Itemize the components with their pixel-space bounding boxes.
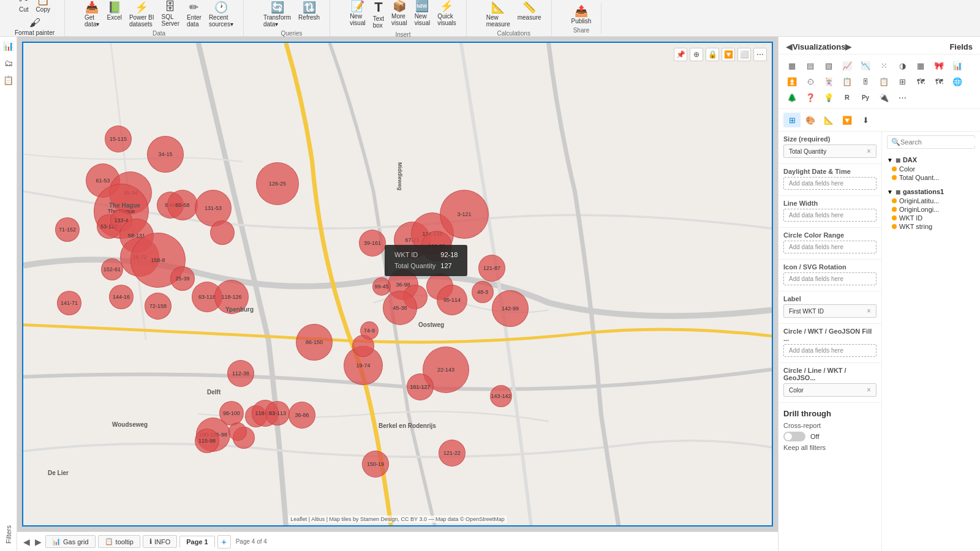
- map-bubble-37[interactable]: [296, 324, 333, 361]
- map-bubble-21[interactable]: [170, 266, 195, 291]
- viz-azure-icon[interactable]: 🌐: [949, 74, 966, 89]
- viz-ribbon-icon[interactable]: 🎀: [930, 58, 948, 73]
- viz-map-icon[interactable]: 🗺: [912, 74, 929, 89]
- map-bubble-12[interactable]: [55, 217, 80, 242]
- map-bubble-15[interactable]: [101, 258, 123, 280]
- viz-area-icon[interactable]: 📉: [857, 58, 874, 73]
- refresh-button[interactable]: 🔃Refresh: [296, 0, 322, 29]
- viz-matrix-icon[interactable]: ⊞: [894, 74, 911, 89]
- publish-button[interactable]: 📤Publish: [569, 3, 594, 26]
- map-bubble-9[interactable]: [167, 190, 198, 220]
- text-button[interactable]: TTextbox: [371, 0, 386, 30]
- recent-sources-button[interactable]: 🕐Recentsources▾: [206, 0, 236, 29]
- transform-button[interactable]: 🔄Transformdata▾: [261, 0, 293, 29]
- viz-table-icon[interactable]: 📋: [875, 74, 892, 89]
- map-bubble-55[interactable]: [439, 440, 466, 467]
- map-bubble-0[interactable]: [105, 126, 132, 152]
- gas-lon-field[interactable]: OriginLongi...: [887, 205, 975, 214]
- label-clear-button[interactable]: ×: [867, 307, 871, 315]
- viz-format-analytics-btn[interactable]: 📐: [820, 113, 837, 127]
- viz-decomp-icon[interactable]: 🌲: [783, 90, 801, 105]
- cross-report-toggle[interactable]: [783, 432, 805, 441]
- dax-color-field[interactable]: Color: [887, 165, 975, 173]
- viz-line-icon[interactable]: 📈: [839, 58, 856, 73]
- color-field[interactable]: Color ×: [783, 383, 876, 397]
- map-bubble-42[interactable]: [407, 373, 434, 400]
- enter-data-button[interactable]: ✏Enterdata: [184, 0, 204, 29]
- daylight-field[interactable]: Add data fields here: [783, 177, 876, 190]
- get-data-button[interactable]: 📥Getdata▾: [82, 0, 102, 29]
- map-bubble-22[interactable]: [210, 220, 235, 245]
- format-painter-button[interactable]: 🖌Format painter: [12, 15, 57, 37]
- sql-button[interactable]: 🗄SQLServer: [159, 0, 182, 29]
- powerbi-button[interactable]: ⚡Power BIdatasets: [127, 0, 157, 29]
- quick-visuals-button[interactable]: ⚡Quickvisuals: [435, 0, 459, 30]
- viz-r-icon[interactable]: R: [839, 90, 856, 105]
- cut-button[interactable]: ✂Cut: [17, 0, 31, 14]
- map-focus-button[interactable]: ⊕: [690, 48, 703, 61]
- tab-next-button[interactable]: ▶: [34, 537, 43, 547]
- viz-card-icon[interactable]: 🃏: [820, 74, 837, 89]
- color-clear-button[interactable]: ×: [867, 386, 871, 394]
- viz-smart-icon[interactable]: 💡: [820, 90, 837, 105]
- map-bubble-44[interactable]: [227, 360, 254, 387]
- gas-wktstring-field[interactable]: WKT string: [887, 222, 975, 231]
- viz-slicer-icon[interactable]: 🎚: [857, 74, 874, 89]
- map-bubble-20[interactable]: [214, 280, 249, 314]
- tab-prev-button[interactable]: ◀: [22, 537, 31, 547]
- map-expand-button[interactable]: ⬜: [737, 48, 751, 61]
- panel-right-arrow[interactable]: ▶: [845, 42, 852, 51]
- measure-button[interactable]: 📏measure: [515, 0, 544, 29]
- viz-funnel-icon[interactable]: ⏫: [783, 74, 801, 89]
- filters-label[interactable]: Filters: [2, 520, 15, 549]
- more-visuals-button[interactable]: 📦Morevisual: [389, 0, 410, 30]
- new-measure-button[interactable]: 📐Newmeasure: [484, 0, 513, 29]
- excel-button[interactable]: 📗Excel: [105, 0, 124, 29]
- viz-bar-icon[interactable]: ▦: [783, 58, 801, 73]
- size-clear-button[interactable]: ×: [867, 147, 871, 156]
- dax-quantity-field[interactable]: Total Quant...: [887, 173, 975, 182]
- map-container[interactable]: 15-11534-1561-5335-34The Hague53-133133-…: [22, 42, 773, 527]
- new-visual-button[interactable]: 📝Newvisual: [347, 0, 368, 30]
- viz-bar3-icon[interactable]: ▧: [820, 58, 837, 73]
- viz-custom2-icon[interactable]: ⋯: [894, 90, 911, 105]
- tab-gas-grid[interactable]: 📊 Gas grid: [45, 535, 96, 548]
- map-bubble-54[interactable]: [362, 451, 389, 478]
- map-bubble-31[interactable]: [472, 281, 494, 303]
- gas-wktid-field[interactable]: WKT ID: [887, 214, 975, 222]
- circlecolor-field[interactable]: Add data fields here: [783, 241, 876, 253]
- gas-lat-field[interactable]: OriginLatitu...: [887, 197, 975, 205]
- map-bubble-33[interactable]: [383, 291, 417, 325]
- tab-add-button[interactable]: +: [217, 535, 231, 549]
- viz-format-filter-btn[interactable]: 🔽: [839, 113, 856, 127]
- circlewkt-field[interactable]: Add data fields here: [783, 344, 876, 357]
- viz-filledmap-icon[interactable]: 🗺: [930, 74, 948, 89]
- viz-waterfall-icon[interactable]: 📊: [949, 58, 966, 73]
- tab-page1[interactable]: Page 1: [179, 536, 214, 548]
- map-bubble-16[interactable]: [109, 285, 134, 309]
- panel-left-arrow[interactable]: ◀: [786, 42, 793, 51]
- viz-format-drill-btn[interactable]: ⬇: [857, 113, 874, 127]
- viz-pie-icon[interactable]: ◑: [894, 58, 911, 73]
- tab-tooltip[interactable]: 📋 tooltip: [98, 535, 140, 548]
- sidebar-icon-report[interactable]: 📊: [2, 39, 15, 53]
- size-value-field[interactable]: Total Quantity ×: [783, 144, 876, 158]
- copy-button[interactable]: 📋Copy: [34, 0, 53, 14]
- viz-kpi-icon[interactable]: 📋: [839, 74, 856, 89]
- search-input[interactable]: [900, 138, 980, 146]
- map-pin-button[interactable]: 📌: [674, 48, 687, 61]
- viz-custom1-icon[interactable]: 🔌: [875, 90, 892, 105]
- dax-group-header[interactable]: ▼ ◼ DAX: [887, 155, 975, 165]
- map-bubble-27[interactable]: [440, 190, 489, 239]
- map-bubble-11[interactable]: [256, 162, 299, 205]
- map-bubble-1[interactable]: [147, 136, 184, 173]
- map-bubble-43[interactable]: [490, 385, 512, 407]
- viz-py-icon[interactable]: Py: [857, 90, 874, 105]
- map-bubble-36[interactable]: [372, 277, 391, 296]
- viz-format-paint-btn[interactable]: 🎨: [802, 113, 819, 127]
- tab-info[interactable]: ℹ INFO: [143, 535, 177, 548]
- map-bubble-34[interactable]: [437, 285, 467, 315]
- viz-scatter-icon[interactable]: ⁙: [875, 58, 892, 73]
- map-filter-button[interactable]: 🔽: [722, 48, 735, 61]
- map-bubble-48[interactable]: [265, 401, 290, 425]
